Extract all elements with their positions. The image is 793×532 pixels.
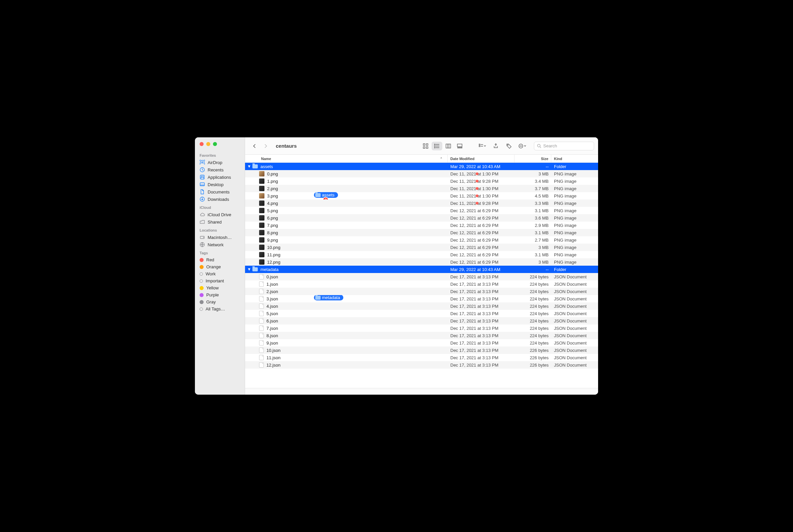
file-row[interactable]: 3.pngDec 11, 2021 at 1:30 PM4.5 MBPNG im… — [245, 192, 598, 200]
tag-red-icon — [476, 194, 478, 197]
column-header-date[interactable]: Date Modified — [448, 155, 515, 163]
file-row[interactable]: 0.jsonDec 17, 2021 at 3:13 PM224 bytesJS… — [245, 273, 598, 280]
file-name: 1.png — [267, 179, 278, 184]
folder-row[interactable]: ▶metadataMar 29, 2022 at 10:43 AM--Folde… — [245, 266, 598, 273]
sidebar-item[interactable]: iCloud Drive — [195, 211, 245, 218]
tag-outline-icon — [200, 279, 203, 283]
file-row[interactable]: 2.pngDec 11, 2021 at 1:30 PM3.7 MBPNG im… — [245, 185, 598, 192]
svg-point-17 — [435, 146, 435, 146]
sidebar-item[interactable]: Network — [195, 241, 245, 248]
search-field[interactable]: Search — [534, 142, 594, 150]
file-row[interactable]: 8.jsonDec 17, 2021 at 3:13 PM224 bytesJS… — [245, 332, 598, 339]
sidebar-item[interactable]: Downloads — [195, 195, 245, 203]
file-row[interactable]: 12.jsonDec 17, 2021 at 3:13 PM226 bytesJ… — [245, 361, 598, 368]
file-name: 3.json — [266, 297, 278, 301]
column-view-button[interactable] — [443, 142, 454, 150]
sidebar-item[interactable]: Recents — [195, 166, 245, 173]
file-date: Dec 17, 2021 at 3:13 PM — [448, 311, 515, 316]
file-row[interactable]: 1.pngDec 11, 2021 at 9:28 PM3.4 MBPNG im… — [245, 177, 598, 185]
sidebar-item[interactable]: Red — [195, 256, 245, 263]
list-view-button[interactable] — [431, 142, 442, 150]
disk-icon — [200, 234, 205, 240]
sidebar-item[interactable]: Shared — [195, 218, 245, 226]
group-menu-button[interactable] — [477, 142, 488, 150]
sidebar-item[interactable]: Desktop — [195, 181, 245, 188]
sidebar-item[interactable]: Purple — [195, 291, 245, 299]
file-row[interactable]: 9.pngDec 12, 2021 at 6:29 PM2.7 MBPNG im… — [245, 236, 598, 244]
png-thumbnail-icon — [259, 178, 264, 184]
forward-button[interactable] — [262, 143, 269, 149]
folder-row[interactable]: ▶assetsMar 29, 2022 at 10:43 AM--Folder — [245, 163, 598, 170]
icon-view-button[interactable] — [420, 142, 431, 150]
file-row[interactable]: 6.jsonDec 17, 2021 at 3:13 PM224 bytesJS… — [245, 317, 598, 324]
sidebar-item-label: Macintosh… — [208, 235, 232, 240]
sidebar-item[interactable]: Work — [195, 270, 245, 277]
file-name: 1.json — [266, 282, 278, 287]
file-name: 11.png — [267, 252, 280, 257]
file-date: Dec 17, 2021 at 3:13 PM — [448, 341, 515, 345]
gallery-view-button[interactable] — [454, 142, 465, 150]
file-row[interactable]: 3.jsonDec 17, 2021 at 3:13 PM224 bytesJS… — [245, 295, 598, 302]
file-row[interactable]: 11.pngDec 12, 2021 at 6:29 PM3.1 MBPNG i… — [245, 251, 598, 258]
share-button[interactable] — [491, 142, 501, 150]
sidebar-item[interactable]: All Tags… — [195, 305, 245, 312]
sidebar-section-header: Tags — [195, 248, 245, 256]
action-menu-button[interactable] — [517, 142, 528, 150]
sidebar-item[interactable]: Macintosh… — [195, 233, 245, 241]
sidebar-item[interactable]: Applications — [195, 173, 245, 181]
file-date: Dec 17, 2021 at 3:13 PM — [448, 289, 515, 294]
tag-red-icon — [476, 187, 478, 190]
file-name: 12.png — [267, 260, 280, 265]
file-row[interactable]: 12.pngDec 12, 2021 at 6:29 PM3 MBPNG ima… — [245, 258, 598, 266]
file-size: 226 bytes — [515, 355, 551, 360]
svg-point-18 — [435, 147, 435, 148]
file-size: 224 bytes — [515, 282, 551, 287]
file-row[interactable]: 10.pngDec 12, 2021 at 6:29 PM3 MBPNG ima… — [245, 244, 598, 251]
file-name: 8.json — [266, 333, 278, 338]
sidebar-item[interactable]: Yellow — [195, 284, 245, 291]
file-list[interactable]: assets 2 metadata ▶assetsMar 29, 2022 at… — [245, 163, 598, 388]
file-row[interactable]: 5.pngDec 12, 2021 at 6:29 PM3.1 MBPNG im… — [245, 207, 598, 214]
file-row[interactable]: 6.pngDec 12, 2021 at 6:29 PM3.6 MBPNG im… — [245, 214, 598, 222]
sidebar-item[interactable]: Documents — [195, 188, 245, 195]
column-header-size[interactable]: Size — [515, 155, 551, 163]
file-row[interactable]: 8.pngDec 12, 2021 at 6:29 PM3.1 MBPNG im… — [245, 229, 598, 236]
cloud-icon — [200, 212, 205, 217]
png-thumbnail-icon — [259, 193, 264, 198]
file-row[interactable]: 7.jsonDec 17, 2021 at 3:13 PM224 bytesJS… — [245, 324, 598, 332]
file-row[interactable]: 7.pngDec 12, 2021 at 6:29 PM2.9 MBPNG im… — [245, 222, 598, 229]
back-button[interactable] — [251, 143, 258, 149]
tag-color-icon — [200, 300, 204, 304]
file-row[interactable]: 9.jsonDec 17, 2021 at 3:13 PM224 bytesJS… — [245, 339, 598, 346]
sidebar-item-label: Documents — [208, 189, 230, 194]
file-row[interactable]: 5.jsonDec 17, 2021 at 3:13 PM224 bytesJS… — [245, 310, 598, 317]
svg-rect-23 — [458, 147, 459, 148]
sidebar-item[interactable]: Orange — [195, 263, 245, 270]
sidebar-item[interactable]: Gray — [195, 299, 245, 305]
tag-red-icon — [476, 172, 478, 175]
file-row[interactable]: 2.jsonDec 17, 2021 at 3:13 PM224 bytesJS… — [245, 288, 598, 295]
column-header-kind[interactable]: Kind — [551, 155, 598, 163]
file-name: 9.json — [266, 341, 278, 345]
fullscreen-window-button[interactable] — [213, 142, 217, 146]
file-name: 7.png — [267, 223, 278, 228]
sidebar-item[interactable]: AirDrop — [195, 159, 245, 166]
svg-rect-11 — [423, 147, 425, 148]
file-row[interactable]: 11.jsonDec 17, 2021 at 3:13 PM226 bytesJ… — [245, 354, 598, 361]
tags-button[interactable] — [504, 142, 515, 150]
file-row[interactable]: 0.pngDec 11, 2021 at 1:30 PM3 MBPNG imag… — [245, 170, 598, 177]
file-row[interactable]: 1.jsonDec 17, 2021 at 3:13 PM224 bytesJS… — [245, 280, 598, 288]
column-header-name[interactable]: Name ⌃ — [245, 155, 448, 163]
close-window-button[interactable] — [200, 142, 204, 146]
file-size: 3.4 MB — [515, 179, 551, 184]
file-size: 4.5 MB — [515, 193, 551, 198]
disclosure-triangle-icon[interactable]: ▶ — [248, 268, 251, 271]
sidebar-item-label: Network — [208, 242, 224, 247]
sidebar-item-label: Applications — [208, 175, 231, 180]
sidebar-item[interactable]: Important — [195, 277, 245, 284]
file-row[interactable]: 4.pngDec 11, 2021 at 9:28 PM3.3 MBPNG im… — [245, 200, 598, 207]
file-row[interactable]: 10.jsonDec 17, 2021 at 3:13 PM226 bytesJ… — [245, 346, 598, 354]
file-row[interactable]: 4.jsonDec 17, 2021 at 3:13 PM224 bytesJS… — [245, 302, 598, 310]
minimize-window-button[interactable] — [206, 142, 210, 146]
disclosure-triangle-icon[interactable]: ▶ — [248, 165, 251, 168]
